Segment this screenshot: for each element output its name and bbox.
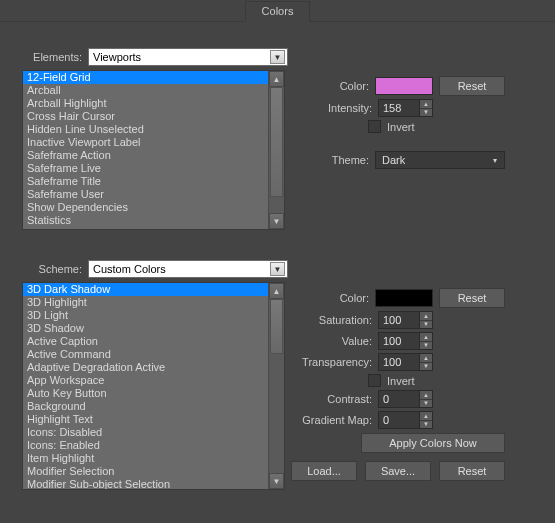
- list-item[interactable]: Modifier Sub-object Selection: [23, 478, 268, 490]
- saturation-label: Saturation:: [319, 314, 372, 326]
- theme-label: Theme:: [332, 154, 369, 166]
- list-item[interactable]: Hidden Line Unselected: [23, 123, 268, 136]
- elements-dropdown-value: Viewports: [93, 51, 141, 63]
- contrast-spinner[interactable]: 0 ▲▼: [378, 390, 433, 408]
- intensity-label: Intensity:: [328, 102, 372, 114]
- spin-up-icon[interactable]: ▲: [420, 100, 432, 109]
- invert-label: Invert: [387, 121, 433, 133]
- saturation-value[interactable]: 100: [378, 311, 420, 329]
- chevron-down-icon: ▼: [270, 262, 285, 276]
- list-item[interactable]: Arcball Highlight: [23, 97, 268, 110]
- list-item[interactable]: Safeframe User: [23, 188, 268, 201]
- list-item[interactable]: 3D Shadow: [23, 322, 268, 335]
- list-item[interactable]: Icons: Enabled: [23, 439, 268, 452]
- element-color-reset-button[interactable]: Reset: [439, 76, 505, 96]
- list-item[interactable]: Safeframe Action: [23, 149, 268, 162]
- elements-listbox[interactable]: 12-Field GridArcballArcball HighlightCro…: [22, 70, 285, 230]
- spin-up-icon[interactable]: ▲: [420, 354, 432, 363]
- transparency-spinner[interactable]: 100 ▲▼: [378, 353, 433, 371]
- intensity-spinner[interactable]: 158 ▲▼: [378, 99, 433, 117]
- list-item[interactable]: Active Command: [23, 348, 268, 361]
- invert-checkbox[interactable]: [368, 120, 381, 133]
- list-item[interactable]: 3D Light: [23, 309, 268, 322]
- scheme-invert-checkbox[interactable]: [368, 374, 381, 387]
- gradient-value[interactable]: 0: [378, 411, 420, 429]
- list-item[interactable]: Highlight Text: [23, 413, 268, 426]
- list-item[interactable]: App Workspace: [23, 374, 268, 387]
- transparency-value[interactable]: 100: [378, 353, 420, 371]
- list-item[interactable]: Inactive Viewport Label: [23, 136, 268, 149]
- list-item[interactable]: Modifier Selection: [23, 465, 268, 478]
- tab-colors[interactable]: Colors: [245, 1, 311, 22]
- gradient-label: Gradient Map:: [302, 414, 372, 426]
- value-label: Value:: [342, 335, 372, 347]
- list-item[interactable]: Show Dependencies: [23, 201, 268, 214]
- chevron-down-icon: ▾: [488, 153, 502, 167]
- spin-down-icon[interactable]: ▼: [420, 321, 432, 329]
- theme-value: Dark: [382, 154, 405, 166]
- list-item[interactable]: Background: [23, 400, 268, 413]
- color-label: Color:: [340, 80, 369, 92]
- spin-down-icon[interactable]: ▼: [420, 400, 432, 408]
- spin-down-icon[interactable]: ▼: [420, 109, 432, 117]
- list-item[interactable]: 3D Highlight: [23, 296, 268, 309]
- scheme-label: Scheme:: [22, 263, 82, 275]
- spin-down-icon[interactable]: ▼: [420, 421, 432, 429]
- spin-down-icon[interactable]: ▼: [420, 363, 432, 371]
- value-value[interactable]: 100: [378, 332, 420, 350]
- scheme-dropdown-value: Custom Colors: [93, 263, 166, 275]
- list-item[interactable]: Item Highlight: [23, 452, 268, 465]
- list-item[interactable]: Icons: Disabled: [23, 426, 268, 439]
- scheme-listbox[interactable]: 3D Dark Shadow3D Highlight3D Light3D Sha…: [22, 282, 285, 490]
- list-item[interactable]: Arcball: [23, 84, 268, 97]
- spin-up-icon[interactable]: ▲: [420, 333, 432, 342]
- gradient-spinner[interactable]: 0 ▲▼: [378, 411, 433, 429]
- chevron-down-icon: ▼: [270, 50, 285, 64]
- list-item[interactable]: 12-Field Grid: [23, 71, 268, 84]
- apply-colors-button[interactable]: Apply Colors Now: [361, 433, 505, 453]
- scheme-color-reset-button[interactable]: Reset: [439, 288, 505, 308]
- contrast-label: Contrast:: [327, 393, 372, 405]
- scheme-dropdown[interactable]: Custom Colors ▼: [88, 260, 288, 278]
- save-button[interactable]: Save...: [365, 461, 431, 481]
- value-spinner[interactable]: 100 ▲▼: [378, 332, 433, 350]
- scheme-color-label: Color:: [340, 292, 369, 304]
- elements-dropdown[interactable]: Viewports ▼: [88, 48, 288, 66]
- contrast-value[interactable]: 0: [378, 390, 420, 408]
- list-item[interactable]: 3D Dark Shadow: [23, 283, 268, 296]
- scroll-down-icon[interactable]: ▼: [269, 213, 284, 229]
- list-item[interactable]: Cross Hair Cursor: [23, 110, 268, 123]
- list-item[interactable]: Safeframe Title: [23, 175, 268, 188]
- tab-bar: Colors: [0, 0, 555, 22]
- spin-up-icon[interactable]: ▲: [420, 412, 432, 421]
- list-item[interactable]: Safeframe Live: [23, 162, 268, 175]
- theme-dropdown[interactable]: Dark ▾: [375, 151, 505, 169]
- reset-button[interactable]: Reset: [439, 461, 505, 481]
- saturation-spinner[interactable]: 100 ▲▼: [378, 311, 433, 329]
- spin-up-icon[interactable]: ▲: [420, 391, 432, 400]
- scheme-color-swatch[interactable]: [375, 289, 433, 307]
- list-item[interactable]: Active Caption: [23, 335, 268, 348]
- list-item[interactable]: Adaptive Degradation Active: [23, 361, 268, 374]
- list-item[interactable]: Auto Key Button: [23, 387, 268, 400]
- element-color-swatch[interactable]: [375, 77, 433, 95]
- transparency-label: Transparency:: [302, 356, 372, 368]
- intensity-value[interactable]: 158: [378, 99, 420, 117]
- elements-label: Elements:: [22, 51, 82, 63]
- panel-body: Elements: Viewports ▼ 12-Field GridArcba…: [0, 22, 555, 504]
- load-button[interactable]: Load...: [291, 461, 357, 481]
- list-item[interactable]: Statistics: [23, 214, 268, 227]
- spin-up-icon[interactable]: ▲: [420, 312, 432, 321]
- scheme-invert-label: Invert: [387, 375, 433, 387]
- spin-down-icon[interactable]: ▼: [420, 342, 432, 350]
